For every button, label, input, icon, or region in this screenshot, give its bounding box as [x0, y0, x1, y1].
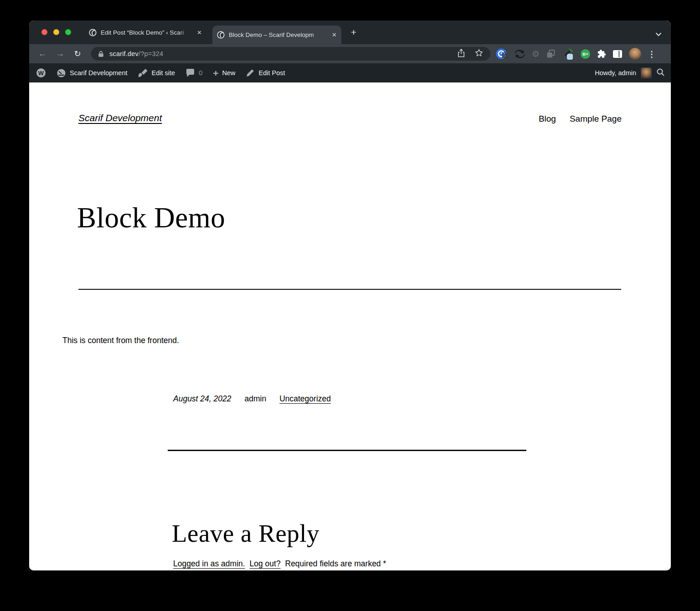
- admin-bar-edit-post[interactable]: Edit Post: [246, 68, 285, 77]
- post-category-link[interactable]: Uncategorized: [279, 394, 331, 404]
- wp-logo-icon[interactable]: W: [36, 68, 46, 78]
- brush-icon: [138, 68, 148, 77]
- tab-title: Edit Post “Block Demo” ‹ Scari: [101, 29, 193, 36]
- extensions-puzzle-icon[interactable]: [597, 49, 606, 59]
- tab-search-chevron-icon[interactable]: [655, 30, 662, 38]
- svg-text:W: W: [38, 70, 44, 77]
- lock-icon[interactable]: [98, 51, 104, 57]
- post-author: admin: [244, 394, 266, 404]
- nav-item-sample-page[interactable]: Sample Page: [570, 114, 622, 124]
- url-text: scarif.dev/?p=324: [109, 50, 163, 57]
- logged-in-as-link[interactable]: Logged in as admin.: [173, 559, 245, 568]
- globe-favicon-icon: [89, 29, 97, 36]
- browser-profile-avatar[interactable]: [629, 48, 641, 60]
- browser-window: Edit Post “Block Demo” ‹ Scari ✕ Block D…: [29, 21, 671, 570]
- admin-bar-site-name[interactable]: Scarif Development: [57, 68, 128, 78]
- new-tab-button[interactable]: +: [348, 27, 359, 38]
- leave-a-reply-heading: Leave a Reply: [172, 521, 319, 546]
- admin-bar-edit-site[interactable]: Edit site: [138, 68, 175, 77]
- forward-button[interactable]: →: [54, 47, 67, 60]
- separator-rule: [78, 289, 621, 290]
- close-tab-icon[interactable]: ✕: [197, 30, 202, 36]
- sync-arrows-extension-icon[interactable]: [514, 49, 525, 59]
- post-date: August 24, 2022: [173, 394, 231, 404]
- copy-pages-extension-icon[interactable]: [546, 49, 556, 59]
- log-out-link[interactable]: Log out?: [250, 559, 281, 568]
- dashboard-gauge-icon: [57, 68, 66, 78]
- extension-icons: ⚙ B+: [495, 48, 656, 60]
- tab-strip: Edit Post “Block Demo” ‹ Scari ✕ Block D…: [29, 21, 671, 44]
- tab-edit-post[interactable]: Edit Post “Block Demo” ‹ Scari ✕: [84, 21, 206, 44]
- post-body-text: This is content from the frontend.: [62, 336, 179, 345]
- pencil-icon: [246, 68, 255, 77]
- onepassword-extension-icon[interactable]: [495, 48, 508, 60]
- plus-icon: +: [213, 68, 218, 78]
- comments-count: 0: [199, 69, 202, 77]
- close-tab-icon[interactable]: ✕: [332, 32, 337, 38]
- site-title-link[interactable]: Scarif Development: [78, 113, 162, 123]
- nav-item-blog[interactable]: Blog: [539, 114, 556, 124]
- separator-rule: [168, 450, 526, 451]
- reply-login-note: Logged in as admin. Log out? Required fi…: [173, 559, 388, 569]
- share-icon[interactable]: [458, 49, 465, 59]
- eyedropper-extension-icon[interactable]: [562, 48, 574, 60]
- required-fields-note: Required fields are marked *: [285, 559, 386, 568]
- wp-admin-bar: W Scarif Development Edit site: [29, 63, 671, 82]
- site-nav: Blog Sample Page: [539, 114, 622, 124]
- bplus-extension-icon[interactable]: B+: [581, 49, 590, 59]
- post-meta: August 24, 2022 admin Uncategorized: [173, 394, 331, 404]
- reload-button[interactable]: ↻: [71, 47, 84, 60]
- post-title: Block Demo: [77, 204, 225, 232]
- gear-extension-icon[interactable]: ⚙: [532, 50, 540, 58]
- howdy-label[interactable]: Howdy, admin: [595, 69, 636, 77]
- window-controls: [41, 29, 71, 35]
- back-button[interactable]: ←: [36, 47, 49, 60]
- browser-menu-kebab-icon[interactable]: ⋮: [648, 50, 656, 58]
- address-bar[interactable]: scarif.dev/?p=324: [91, 47, 490, 61]
- comment-bubble-icon: [185, 68, 195, 77]
- minimize-window-button[interactable]: [53, 29, 59, 35]
- tab-title: Block Demo – Scarif Developm: [229, 31, 328, 38]
- page-content: Scarif Development Blog Sample Page Bloc…: [29, 82, 671, 570]
- globe-favicon-icon: [217, 31, 225, 39]
- admin-bar-comments[interactable]: 0: [185, 68, 202, 77]
- url-host: scarif.dev: [109, 50, 139, 57]
- admin-bar-new[interactable]: + New: [213, 68, 235, 78]
- tab-block-demo[interactable]: Block Demo – Scarif Developm ✕: [212, 26, 341, 44]
- search-icon[interactable]: [656, 68, 665, 78]
- close-window-button[interactable]: [41, 29, 47, 35]
- bookmark-star-icon[interactable]: [475, 49, 483, 59]
- side-panel-icon[interactable]: [612, 50, 623, 58]
- admin-avatar[interactable]: [641, 67, 652, 78]
- browser-toolbar: ← → ↻ scarif.dev/?p=324: [29, 44, 671, 63]
- fullscreen-window-button[interactable]: [65, 29, 71, 35]
- url-path: /?p=324: [139, 50, 163, 57]
